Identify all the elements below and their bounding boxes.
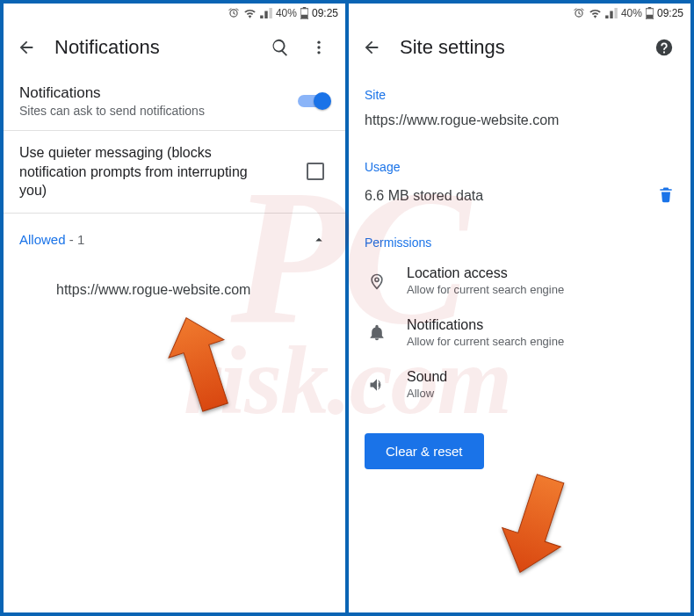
- collapse-button[interactable]: [308, 229, 329, 250]
- clear-reset-button[interactable]: Clear & reset: [365, 433, 484, 469]
- help-button[interactable]: [645, 28, 683, 67]
- trash-icon: [657, 185, 675, 204]
- permission-sound-row[interactable]: Sound Allow: [349, 359, 690, 410]
- svg-point-5: [317, 51, 320, 54]
- clock-time: 09:25: [312, 7, 338, 19]
- usage-row: 6.6 MB stored data: [349, 179, 690, 220]
- alarm-icon: [573, 7, 585, 19]
- clock-time: 09:25: [657, 7, 683, 19]
- notifications-row-subtitle: Sites can ask to send notifications: [19, 104, 298, 118]
- permission-notifications-title: Notifications: [407, 317, 564, 333]
- bell-icon: [365, 323, 389, 343]
- alarm-icon: [228, 7, 240, 19]
- battery-percent: 40%: [621, 7, 642, 19]
- permission-location-sub: Allow for current search engine: [407, 283, 564, 296]
- svg-rect-2: [301, 15, 307, 18]
- allowed-section-header[interactable]: Allowed - 1: [4, 214, 345, 257]
- delete-storage-button[interactable]: [657, 185, 675, 207]
- battery-icon: [646, 7, 654, 19]
- signal-icon: [260, 8, 272, 18]
- quieter-messaging-row[interactable]: Use quieter messaging (blocks notificati…: [4, 131, 345, 213]
- permissions-section-title: Permissions: [349, 220, 690, 255]
- wifi-icon: [589, 8, 602, 18]
- notifications-row-title: Notifications: [19, 84, 298, 102]
- signal-icon: [605, 8, 618, 18]
- svg-point-4: [317, 46, 320, 48]
- search-button[interactable]: [261, 28, 300, 67]
- allowed-count: 1: [77, 232, 84, 247]
- arrow-left-icon: [362, 38, 381, 57]
- search-icon: [271, 38, 290, 57]
- permission-sound-sub: Allow: [407, 387, 447, 400]
- arrow-left-icon: [17, 38, 36, 57]
- quieter-messaging-checkbox[interactable]: [307, 163, 324, 180]
- usage-text: 6.6 MB stored data: [365, 188, 657, 204]
- toolbar: Site settings: [349, 23, 690, 72]
- page-title: Notifications: [46, 36, 261, 59]
- battery-percent: 40%: [276, 7, 297, 19]
- usage-section-title: Usage: [349, 144, 690, 179]
- site-section-title: Site: [349, 72, 690, 107]
- permission-location-row[interactable]: Location access Allow for current search…: [349, 255, 690, 307]
- svg-point-3: [317, 41, 320, 44]
- allowed-count-sep: -: [66, 232, 77, 247]
- allowed-label: Allowed: [19, 232, 66, 247]
- allowed-site-row[interactable]: https://www.rogue-website.com: [4, 257, 345, 307]
- annotation-arrow-icon: [491, 469, 579, 583]
- help-icon: [654, 38, 674, 57]
- quieter-messaging-label: Use quieter messaging (blocks notificati…: [19, 143, 248, 200]
- chevron-up-icon: [311, 232, 327, 248]
- permission-sound-title: Sound: [407, 369, 447, 385]
- permission-location-title: Location access: [407, 265, 564, 281]
- more-button[interactable]: [300, 28, 338, 67]
- phone-notifications: 40% 09:25 Notifications No: [4, 4, 345, 612]
- status-bar: 40% 09:25: [349, 4, 690, 23]
- status-bar: 40% 09:25: [4, 4, 345, 23]
- toolbar: Notifications: [4, 23, 345, 72]
- location-icon: [365, 271, 389, 292]
- wifi-icon: [243, 8, 257, 18]
- svg-rect-8: [647, 15, 653, 18]
- back-button[interactable]: [7, 28, 46, 67]
- volume-icon: [365, 376, 389, 394]
- notifications-toggle[interactable]: [298, 92, 329, 110]
- annotation-arrow-icon: [162, 311, 241, 417]
- permission-notifications-sub: Allow for current search engine: [407, 335, 564, 348]
- battery-icon: [300, 7, 308, 19]
- site-url: https://www.rogue-website.com: [349, 107, 690, 144]
- back-button[interactable]: [352, 28, 391, 67]
- more-vert-icon: [310, 39, 328, 56]
- permission-notifications-row[interactable]: Notifications Allow for current search e…: [349, 307, 690, 359]
- svg-point-10: [375, 278, 379, 281]
- page-title: Site settings: [391, 36, 645, 59]
- notifications-toggle-row[interactable]: Notifications Sites can ask to send noti…: [4, 72, 345, 130]
